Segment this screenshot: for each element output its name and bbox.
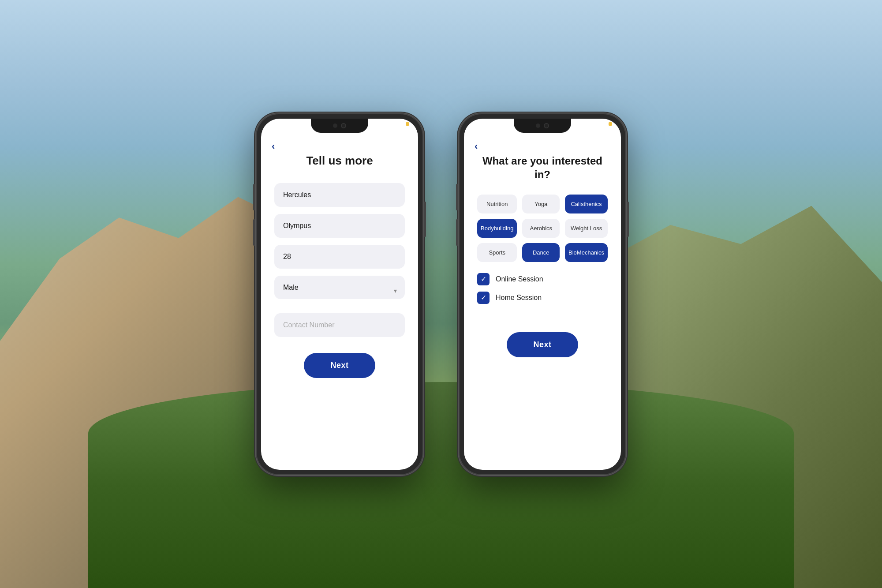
battery-1 [406, 122, 409, 126]
interest-nutrition[interactable]: Nutrition [477, 195, 517, 213]
phone-2-content: What are you interested in? Nutrition Yo… [464, 119, 621, 470]
contact-input[interactable] [274, 313, 405, 337]
interest-biomechanics[interactable]: BioMechanics [565, 243, 608, 262]
front-camera [341, 123, 346, 128]
speaker-2 [536, 124, 540, 128]
age-input[interactable] [274, 245, 405, 269]
home-session-label: Home Session [496, 294, 542, 302]
phone-1-title: Tell us more [306, 154, 373, 168]
interest-calisthenics[interactable]: Calisthenics [565, 195, 608, 213]
online-session-option: ✓ Online Session [477, 273, 608, 285]
online-session-label: Online Session [496, 275, 543, 283]
interest-aerobics[interactable]: Aerobics [522, 219, 560, 238]
back-button-1[interactable]: ‹ [272, 141, 275, 152]
power-button-2 [627, 202, 629, 237]
volume-down-button-2 [456, 219, 458, 246]
home-session-checkbox[interactable]: ✓ [477, 292, 490, 304]
interest-bodybuilding[interactable]: Bodybuilding [477, 219, 517, 238]
session-options: ✓ Online Session ✓ Home Session [477, 273, 608, 310]
phone-2-title: What are you interested in? [477, 154, 608, 181]
notch-2 [514, 119, 571, 133]
phone-1-content: Tell us more Male Female Other ▾ Next [261, 119, 418, 470]
notch-1 [311, 119, 368, 133]
gender-select-wrapper: Male Female Other ▾ [274, 276, 405, 306]
home-session-option: ✓ Home Session [477, 292, 608, 304]
next-button-1[interactable]: Next [304, 353, 375, 378]
phone-1-screen: ‹ Tell us more Male Female Other ▾ Next [261, 119, 418, 470]
interest-yoga[interactable]: Yoga [522, 195, 560, 213]
volume-down-button [253, 219, 255, 246]
first-name-input[interactable] [274, 183, 405, 207]
next-button-2[interactable]: Next [507, 332, 578, 357]
last-name-input[interactable] [274, 214, 405, 238]
gender-select[interactable]: Male Female Other [274, 276, 405, 299]
battery-2 [609, 122, 612, 126]
phone-2: ‹ What are you interested in? Nutrition … [459, 113, 626, 475]
back-button-2[interactable]: ‹ [475, 141, 478, 152]
power-button [424, 202, 426, 237]
phones-container: ‹ Tell us more Male Female Other ▾ Next [0, 0, 882, 588]
front-camera-2 [544, 123, 549, 128]
volume-up-button-2 [456, 184, 458, 210]
volume-up-button [253, 184, 255, 210]
phone-1: ‹ Tell us more Male Female Other ▾ Next [256, 113, 423, 475]
interest-sports[interactable]: Sports [477, 243, 517, 262]
online-session-checkbox[interactable]: ✓ [477, 273, 490, 285]
interest-weight-loss[interactable]: Weight Loss [565, 219, 608, 238]
phone-2-screen: ‹ What are you interested in? Nutrition … [464, 119, 621, 470]
speaker [333, 124, 337, 128]
interest-dance[interactable]: Dance [522, 243, 560, 262]
interest-grid: Nutrition Yoga Calisthenics Bodybuilding… [477, 195, 608, 262]
